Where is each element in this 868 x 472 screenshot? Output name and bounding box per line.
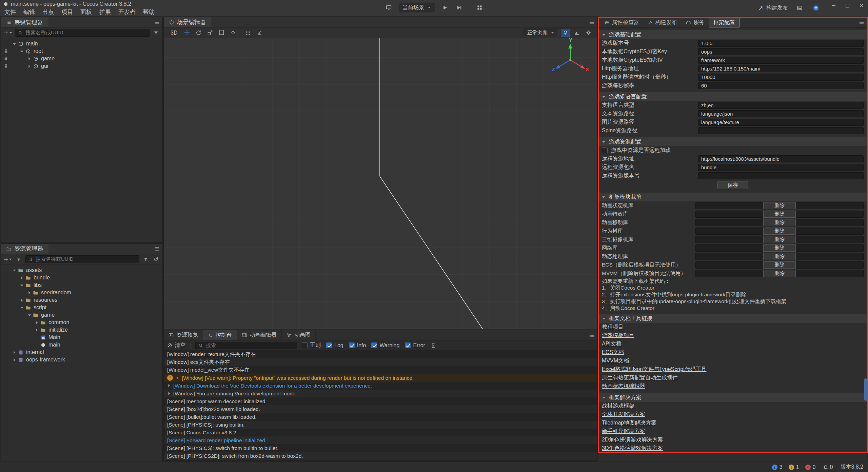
light-toggle[interactable] [561, 29, 570, 37]
doc-link[interactable]: ECS文档 [602, 349, 624, 356]
property-input[interactable]: oops [698, 48, 864, 55]
preview-target-icon[interactable] [384, 3, 393, 12]
section-header[interactable]: 游戏资源配置 [598, 137, 867, 146]
log-row[interactable]: [Window] render_texture文件夹不存在 [164, 351, 597, 358]
doc-link[interactable]: 战棋游戏框架 [602, 402, 634, 410]
scene-viewport[interactable]: Y X Z [164, 38, 597, 329]
console-filter[interactable]: Info [349, 342, 366, 349]
tree-node[interactable]: assets [1, 267, 162, 274]
rect-tool[interactable] [217, 29, 226, 37]
property-input[interactable] [698, 127, 864, 134]
assets-search-input[interactable]: 搜索名称或UUID [25, 255, 139, 263]
property-input[interactable]: zh,en [698, 102, 864, 109]
console-tab[interactable]: 动画编辑器 [237, 330, 282, 340]
refresh-icon[interactable] [152, 256, 160, 263]
caret-right-icon[interactable] [11, 351, 17, 354]
tree-node[interactable]: libs [1, 281, 162, 289]
assets-tab[interactable]: 资源管理器 [1, 244, 48, 254]
log-row[interactable]: [Scene] [PHYSICS2D]: switch from box2d-w… [164, 452, 597, 460]
menu-icon[interactable] [859, 20, 864, 25]
pivot-tool[interactable] [229, 29, 238, 37]
inspector-tab[interactable]: 服务 [682, 17, 709, 27]
angle-snap-tool[interactable] [255, 29, 264, 37]
console-tab[interactable]: 控制台 [203, 330, 237, 340]
scene-selector[interactable]: 当前场景 [398, 3, 435, 12]
add-asset-button[interactable] [4, 256, 12, 263]
doc-link[interactable]: 动画状态机编辑器 [602, 383, 645, 390]
scale-tool[interactable] [205, 29, 215, 37]
add-node-button[interactable] [4, 29, 12, 37]
log-row[interactable]: [Scene] Forward render pipeline initiali… [164, 436, 597, 444]
delete-button[interactable]: 删除 [763, 219, 796, 226]
property-input[interactable]: framework [698, 57, 864, 64]
property-input[interactable]: language/json [698, 110, 864, 117]
checkbox[interactable] [349, 342, 355, 348]
delete-button[interactable]: 删除 [763, 253, 796, 260]
doc-link[interactable]: Excel格式转Json文件与TypeScript代码工具 [602, 366, 707, 373]
chevron-right-icon[interactable] [176, 376, 179, 380]
caret-right-icon[interactable] [26, 291, 32, 295]
tree-node[interactable]: seedrandom [1, 289, 162, 296]
caret-right-icon[interactable] [19, 298, 25, 302]
checkbox[interactable] [371, 342, 377, 348]
console-tab[interactable]: 资源预览 [164, 330, 203, 340]
console-search-input[interactable]: 搜索 [195, 342, 297, 349]
property-input[interactable]: 60 [698, 82, 864, 89]
log-row[interactable]: [Window] ecs文件夹不存在 [164, 358, 597, 366]
help-button[interactable]: ? [811, 3, 821, 13]
doc-link[interactable]: MVVM文档 [602, 357, 629, 365]
caret-right-icon[interactable] [19, 276, 25, 280]
doc-link[interactable]: 2D角色扮演游戏解决方案 [602, 436, 663, 444]
screenshot-icon[interactable] [795, 3, 804, 13]
axis-gizmo[interactable]: Y X Z [552, 38, 589, 72]
caret-down-icon[interactable] [26, 313, 32, 317]
play-button[interactable] [440, 3, 450, 12]
filter-icon[interactable] [142, 256, 150, 263]
caret-down-icon[interactable] [19, 283, 25, 287]
checkbox[interactable] [602, 148, 608, 153]
caret-down-icon[interactable] [11, 42, 17, 46]
log-row[interactable]: [Scene] [box2d]:box2d wasm lib loaded. [164, 405, 597, 413]
caret-right-icon[interactable] [34, 321, 40, 324]
layout-button[interactable] [475, 3, 484, 12]
log-row[interactable]: [Scene] [PHYSICS]: switch from builtin t… [164, 444, 597, 452]
log-row[interactable]: [Scene] [bullet]:bullet wasm lib loaded. [164, 413, 597, 421]
log-row[interactable]: [Window] model_view文件夹不存在 [164, 366, 597, 374]
property-input[interactable]: bundle [698, 164, 864, 171]
clear-console-button[interactable]: 清空 [167, 342, 185, 349]
section-header[interactable]: 框架模块裁剪 [598, 193, 867, 201]
inspector-tab[interactable]: 框架配置 [709, 17, 739, 27]
property-input[interactable]: http://192.168.0.150/main/ [698, 65, 864, 72]
menu-item[interactable]: 项目 [58, 8, 77, 16]
scrollbar-thumb[interactable] [864, 378, 867, 401]
notification-bell[interactable]: 0 [823, 464, 833, 470]
build-button[interactable]: 构建发布 [758, 4, 788, 12]
property-input[interactable]: language/texture [698, 119, 864, 126]
grid-snap-tool[interactable] [243, 29, 253, 37]
stats-toggle[interactable] [572, 29, 581, 37]
doc-link[interactable]: Tiledmap地图解决方案 [602, 419, 656, 427]
tree-node[interactable]: root [1, 47, 162, 55]
save-button[interactable]: 保存 [717, 181, 748, 189]
maximize-button[interactable] [845, 3, 850, 8]
console-tab[interactable]: 动画图 [282, 330, 316, 340]
sort-icon[interactable] [15, 256, 22, 263]
caret-right-icon[interactable] [34, 328, 40, 332]
menu-icon[interactable] [589, 20, 594, 25]
menu-item[interactable]: 节点 [39, 8, 58, 16]
delete-button[interactable]: 删除 [763, 211, 796, 218]
delete-button[interactable]: 删除 [763, 202, 796, 209]
scene-editor-tab[interactable]: 场景编辑器 [164, 17, 211, 27]
console-filter[interactable]: Log [326, 342, 343, 349]
menu-item[interactable]: 文件 [1, 8, 20, 16]
section-header[interactable]: 框架解决方案 [598, 393, 867, 402]
caret-down-icon[interactable] [19, 306, 25, 310]
doc-link[interactable]: 教程项目 [602, 323, 624, 331]
caret-right-icon[interactable] [11, 358, 17, 362]
chevron-right-icon[interactable] [167, 392, 171, 395]
menu-icon[interactable] [154, 246, 160, 252]
inspector-tab[interactable]: 构建发布 [644, 17, 682, 27]
checkbox[interactable] [405, 342, 411, 348]
menu-item[interactable]: 开发者 [115, 8, 139, 16]
filter-icon[interactable] [152, 29, 160, 37]
